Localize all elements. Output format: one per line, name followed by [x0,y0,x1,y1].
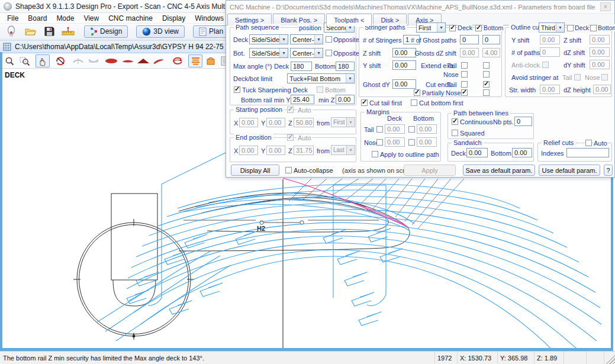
rail-min-y-input[interactable]: 25.40 [291,95,314,104]
start-x-input[interactable]: 0.00 [239,118,258,127]
stringer-order-select[interactable]: First▼ [416,22,446,33]
nb-pts-input[interactable]: 0 [514,117,532,126]
cut-ends-tail-deck-checkbox[interactable] [461,81,468,88]
extend-nose-bottom-checkbox[interactable] [483,71,490,78]
slice-view-icon[interactable] [152,54,166,67]
bot-opposite-checkbox[interactable] [326,50,332,56]
extend-nose-deck-checkbox[interactable] [461,71,468,78]
profile-view-icon[interactable] [121,54,135,67]
section-y-icon[interactable] [86,54,101,67]
start-y-input[interactable]: 0.00 [266,118,285,127]
deck-mode-select[interactable]: Side/Side▼ [249,34,288,44]
margins-nose-deck-input[interactable]: 0.00 [385,137,405,147]
margins-tail-bottom-input[interactable]: 0.00 [417,124,437,134]
margins-tail-deck-checkbox[interactable] [376,126,383,133]
squared-checkbox[interactable] [452,130,458,136]
outline-dz-shift-input[interactable]: 0.00 [590,47,610,57]
end-z-input[interactable]: 31.75 [294,146,314,155]
zoom-window-icon[interactable] [18,54,32,67]
start-z-input[interactable]: 50.80 [294,118,314,127]
ghosts-dz-bottom-input[interactable]: 4.00 [482,48,500,57]
apply-button[interactable]: Apply [404,165,456,176]
min-z-input[interactable]: 0.00 [336,95,355,104]
menu-mode[interactable]: Mode [51,14,79,23]
auto-collapse-checkbox[interactable] [285,167,292,173]
str-width-input[interactable]: 0.00 [540,85,560,94]
avoid-tail-checkbox[interactable] [574,74,581,80]
stringer-deck-checkbox[interactable] [449,25,456,31]
extend-tail-bottom-checkbox[interactable] [483,62,490,69]
partially-checkbox[interactable] [414,89,420,96]
save-default-button[interactable]: Save as default param. [463,165,535,176]
ghosts-dz-deck-input[interactable]: 0.00 [460,48,479,57]
end-x-input[interactable]: 0.00 [239,146,258,155]
margins-tail-bottom-checkbox[interactable] [408,126,415,133]
outline-order-select[interactable]: Third▼ [539,22,565,33]
rotate-view-icon[interactable] [53,54,67,67]
use-default-button[interactable]: Use default param. [539,165,600,176]
extend-tail-deck-checkbox[interactable] [461,62,468,69]
close-icon[interactable]: × [600,2,611,11]
help-button[interactable]: ? [604,165,613,176]
avoid-nose-checkbox[interactable] [601,74,608,80]
y-shift-input[interactable]: 0.00 [392,60,416,70]
start-auto-checkbox[interactable] [287,107,294,113]
menu-file[interactable]: File [2,14,23,23]
max-angle-deck-input[interactable]: 180 [291,62,312,71]
indexes-input[interactable] [566,148,609,157]
save-icon[interactable] [41,25,57,38]
cut-tail-first-checkbox[interactable] [361,99,368,106]
display-all-button[interactable]: Display All [231,165,279,176]
end-from-select[interactable]: Last point▼ [331,145,355,155]
thickness-view-icon[interactable] [136,54,150,67]
menu-windows[interactable]: Windows [190,14,228,23]
menu-cnc-machine[interactable]: CNC machine [104,14,157,23]
menu-view[interactable]: View [79,14,104,23]
outline-n-paths-input[interactable]: 0 [540,47,560,57]
continuous-checkbox[interactable] [452,118,458,125]
ghost-dy-input[interactable]: 0.00 [392,79,416,89]
outline-view-icon[interactable] [104,54,118,67]
stringer-bottom-checkbox[interactable] [475,25,482,31]
apply-outline-checkbox[interactable] [372,151,378,157]
deck-opposite-checkbox[interactable] [326,36,332,43]
open-folder-icon[interactable] [22,25,38,38]
tab-toolpath[interactable]: Toolpath < [326,14,372,26]
box-view-icon[interactable] [204,54,218,67]
design-button[interactable]: Design [84,25,128,38]
anticlock-checkbox[interactable] [542,62,549,68]
plan-button[interactable]: Plan [193,25,229,38]
new-board-icon[interactable] [4,25,19,38]
dz-height-input[interactable]: 0.00 [593,85,611,94]
measure-icon[interactable] [60,25,76,38]
pan-hand-icon[interactable] [36,54,50,67]
cut-ends-nose-bottom-checkbox[interactable] [483,89,490,96]
ghost-paths-bottom-input[interactable]: 0 [482,35,500,44]
end-auto-checkbox[interactable] [287,134,294,141]
outline-bottom-checkbox[interactable] [590,25,597,31]
margins-tail-deck-input[interactable]: 0.00 [385,124,405,134]
margins-nose-bottom-checkbox[interactable] [408,139,415,146]
relief-auto-checkbox[interactable] [585,140,592,146]
bot-mode-select[interactable]: Side/Side▼ [249,48,288,58]
3d-view-button[interactable]: 3D view [136,25,185,38]
ghost-paths-deck-input[interactable]: 0 [460,35,479,44]
tab-blank-pos[interactable]: Blank Pos. > [273,14,325,25]
menu-display[interactable]: Display [157,14,190,23]
outline-y-shift-input[interactable]: 0.00 [540,35,560,44]
menu-board[interactable]: Board [23,14,51,23]
resize-grip[interactable] [604,352,615,364]
spin-view-icon[interactable] [170,54,185,67]
margins-nose-deck-checkbox[interactable] [376,139,383,146]
sandwich-deck-input[interactable]: 0.00 [466,148,488,157]
cut-ends-nose-deck-checkbox[interactable] [461,89,468,96]
outline-deck-checkbox[interactable] [567,25,574,31]
cut-ends-tail-bottom-checkbox[interactable] [483,81,490,88]
bot-direction-select[interactable]: Center-to-▼ [290,48,323,58]
sandwich-bottom-input[interactable]: 0.00 [512,148,532,157]
outline-dy-shift-input[interactable]: 0.00 [590,60,610,69]
max-angle-bottom-input[interactable]: 180 [336,62,355,71]
outline-z-shift-input[interactable]: 0.00 [590,35,610,44]
section-x-icon[interactable] [71,54,85,67]
end-y-input[interactable]: 0.00 [266,146,285,155]
